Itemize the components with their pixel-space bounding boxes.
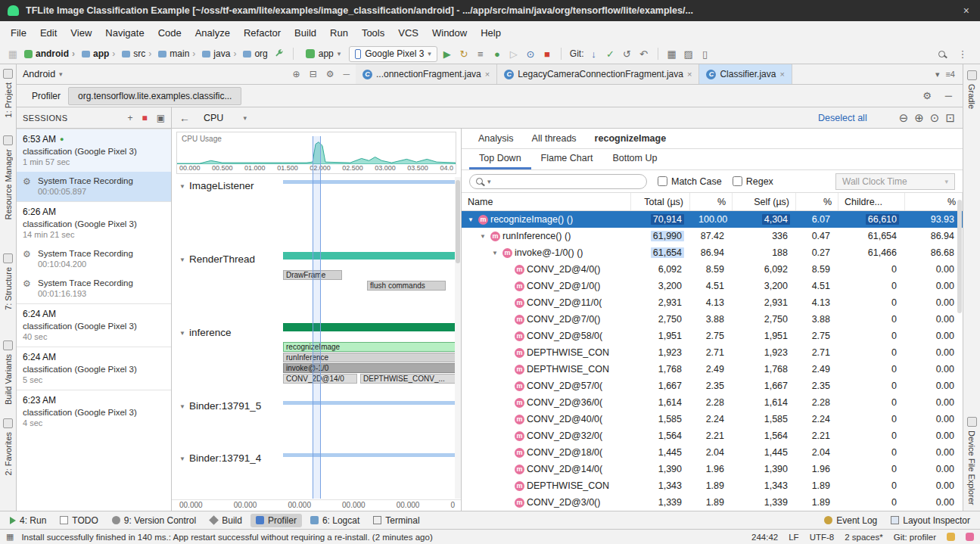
match-case-input[interactable] [658, 176, 667, 186]
search-icon[interactable] [938, 51, 945, 58]
status-widget[interactable]: 2 spaces* [845, 533, 883, 542]
tool-window-button[interactable]: 2: Favorites [3, 418, 13, 475]
table-row[interactable]: m CONV_2D@11/0( 2,931 4.13 2,931 4.13 0 … [462, 294, 963, 311]
device-manager-icon[interactable]: ▯ [698, 47, 712, 61]
tool-window-button[interactable]: 4: Run [5, 514, 51, 527]
thread-label[interactable]: ▼ Binder:13791_5 [172, 394, 282, 446]
profiler-type-dropdown[interactable]: CPU ▾ [204, 113, 247, 123]
tab-list-icon[interactable]: ≡4 [945, 70, 955, 79]
column-header-total-pct[interactable]: % [690, 193, 733, 210]
bell-icon[interactable] [947, 533, 955, 541]
expand-arrow-icon[interactable]: ▼ [492, 250, 500, 256]
table-row[interactable]: ▼ m runInference() () 61,990 87.42 336 0… [462, 228, 963, 244]
menu-item[interactable]: Run [324, 25, 354, 41]
menu-item[interactable]: Tools [356, 25, 390, 41]
breadcrumb-item[interactable]: android [23, 48, 70, 59]
analysis-subtab[interactable]: Flame Chart [531, 149, 603, 169]
add-session-icon[interactable]: + [127, 113, 132, 123]
menu-item[interactable]: VCS [392, 25, 425, 41]
column-header-self-pct[interactable]: % [796, 193, 838, 210]
tool-window-button[interactable]: Gradle [967, 70, 977, 109]
run-button[interactable]: ▶ [440, 47, 454, 61]
close-tab-icon[interactable]: × [779, 70, 784, 79]
collapse-icon[interactable]: ▼ [179, 256, 185, 263]
close-tab-icon[interactable]: × [687, 70, 692, 79]
tool-window-button[interactable]: Build Variants [3, 340, 13, 405]
trace-event-chip[interactable]: CONV_2D@14/0 [283, 374, 357, 384]
menu-item[interactable]: Edit [34, 25, 63, 41]
tool-window-button[interactable]: Build [204, 514, 247, 527]
search-input[interactable] [496, 176, 640, 187]
git-history-button[interactable]: ↺ [621, 47, 634, 61]
trace-event-chip[interactable]: flush commands [367, 281, 446, 291]
session-item[interactable]: 6:24 AM classification (Google Pixel 3) … [17, 347, 171, 390]
table-row[interactable]: m CONV_2D@18/0( 1,445 2.04 1,445 2.04 0 … [462, 444, 963, 461]
editor-tab[interactable]: C LegacyCameraConnectionFragment.java × [497, 64, 699, 84]
table-row[interactable]: m CONV_2D@3/0() 1,339 1.89 1,339 1.89 0 … [462, 494, 963, 511]
table-row[interactable]: m CONV_2D@32/0( 1,564 2.21 1,564 2.21 0 … [462, 427, 963, 444]
column-header-self[interactable]: Self (µs) [733, 193, 796, 210]
session-item[interactable]: 6:24 AM classification (Google Pixel 3) … [17, 303, 171, 347]
match-case-checkbox[interactable]: Match Case [658, 176, 722, 187]
table-row[interactable]: m CONV_2D@57/0( 1,667 2.35 1,667 2.35 0 … [462, 378, 963, 394]
status-widget[interactable]: 244:42 [751, 533, 778, 542]
git-revert-button[interactable]: ↶ [637, 47, 651, 61]
tool-window-button[interactable]: Profiler [250, 514, 302, 527]
profiler-session-tab[interactable]: org.tensorflow.lite.examples.classific..… [68, 87, 241, 105]
menu-item[interactable]: File [5, 25, 33, 41]
analysis-tab[interactable]: Analysis [469, 129, 523, 148]
table-row[interactable]: m CONV_2D@14/0( 1,390 1.96 1,390 1.96 0 … [462, 461, 963, 477]
table-row[interactable]: m CONV_2D@58/0( 1,951 2.75 1,951 2.75 0 … [462, 328, 963, 344]
thread-label[interactable]: ▼ Binder:13791_4 [172, 446, 282, 498]
collapse-icon[interactable]: ▼ [179, 183, 185, 190]
expand-panes-icon[interactable]: ▣ [157, 113, 165, 123]
device-dropdown[interactable]: Google Pixel 3 ▾ [349, 46, 437, 62]
table-row[interactable]: m CONV_2D@4/0() 6,092 8.59 6,092 8.59 0 … [462, 261, 963, 278]
menu-item[interactable]: Build [288, 25, 322, 41]
collapse-icon[interactable]: ▼ [179, 403, 185, 410]
thread-label[interactable]: ▼ inference [172, 321, 282, 394]
trace-event-chip[interactable]: recognizeImage [283, 342, 456, 352]
tool-window-toggle-icon[interactable]: ▦ [6, 532, 14, 542]
analysis-tab[interactable]: recognizeImage [586, 129, 675, 148]
run-config-dropdown[interactable]: app ▾ [300, 46, 347, 62]
thread-trace[interactable] [282, 394, 461, 446]
tool-window-button[interactable]: 6: Logcat [305, 514, 365, 527]
breadcrumb-item[interactable]: app [70, 48, 110, 59]
table-row[interactable]: m CONV_2D@7/0() 2,750 3.88 2,750 3.88 0 … [462, 311, 963, 328]
table-row[interactable]: ▼ m recognizeImage() () 70,914 100.00 4,… [462, 211, 963, 228]
tool-window-button[interactable]: 7: Structure [3, 253, 13, 310]
thread-trace[interactable]: recognizeImage runInference invoke@-1/0 … [282, 321, 461, 394]
hidden-tabs-icon[interactable]: ▾ [935, 70, 940, 79]
thread-row-binder4[interactable]: ▼ Binder:13791_4 [172, 446, 461, 498]
thread-trace[interactable] [282, 446, 461, 498]
session-item[interactable]: 6:23 AM classification (Google Pixel 3) … [17, 390, 171, 433]
deselect-all-link[interactable]: Deselect all [818, 113, 867, 123]
session-item[interactable]: ⚙ System Trace Recording 00:10:04.200 [17, 244, 171, 274]
debug-button[interactable]: ● [490, 47, 504, 61]
menu-item[interactable]: Analyze [189, 25, 236, 41]
analysis-subtab[interactable]: Top Down [469, 149, 531, 169]
back-arrow-icon[interactable]: ← [179, 112, 190, 124]
breadcrumb-item[interactable]: java [191, 48, 232, 59]
trace-event-chip[interactable]: DEPTHWISE_CONV_... [360, 374, 456, 384]
table-row[interactable]: m DEPTHWISE_CON 1,923 2.71 1,923 2.71 0 … [462, 344, 963, 361]
apply-changes-button[interactable]: ↻ [457, 47, 471, 61]
more-icon[interactable]: ⋮ [956, 47, 969, 61]
notification-icon[interactable] [966, 533, 974, 541]
run-menu-button[interactable]: ≡ [474, 47, 487, 61]
analysis-tab[interactable]: All threads [523, 129, 586, 148]
close-tab-icon[interactable]: × [485, 70, 490, 79]
trace-event-chip[interactable]: DrawFrame [283, 270, 342, 280]
tool-windows-icon[interactable]: ▦ [665, 47, 679, 61]
session-item[interactable]: 6:53 AM● classification (Google Pixel 3)… [17, 129, 171, 172]
menu-item[interactable]: Window [426, 25, 473, 41]
column-header-children-pct[interactable]: % [905, 193, 963, 210]
tool-window-button[interactable]: Layout Inspector [885, 514, 975, 527]
gear-icon[interactable]: ⚙ [922, 90, 932, 101]
menu-item[interactable]: Code [152, 25, 188, 41]
tool-window-button[interactable]: Resource Manager [3, 135, 13, 220]
collapse-icon[interactable]: ▼ [179, 455, 185, 462]
thread-label[interactable]: ▼ RenderThread [172, 247, 282, 321]
table-row[interactable]: m CONV_2D@40/0( 1,585 2.24 1,585 2.24 0 … [462, 411, 963, 427]
